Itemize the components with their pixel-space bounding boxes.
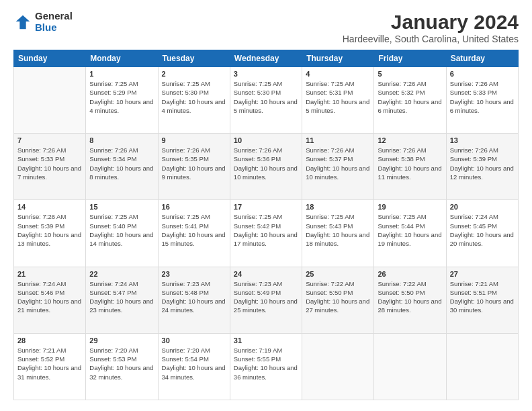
col-thursday: Thursday xyxy=(302,50,374,67)
day-number: 15 xyxy=(89,203,154,211)
day-number: 31 xyxy=(234,336,298,345)
day-number: 23 xyxy=(162,270,226,278)
day-info: Sunrise: 7:24 AM Sunset: 5:45 PM Dayligh… xyxy=(450,212,515,248)
day-number: 30 xyxy=(162,336,226,345)
day-number: 20 xyxy=(450,203,515,211)
day-cell: 29Sunrise: 7:20 AM Sunset: 5:53 PM Dayli… xyxy=(86,333,158,400)
logo-text: General Blue xyxy=(35,11,73,33)
day-cell: 23Sunrise: 7:23 AM Sunset: 5:48 PM Dayli… xyxy=(158,267,230,333)
day-cell: 16Sunrise: 7:25 AM Sunset: 5:41 PM Dayli… xyxy=(158,200,230,267)
day-cell: 17Sunrise: 7:25 AM Sunset: 5:42 PM Dayli… xyxy=(230,200,302,267)
day-info: Sunrise: 7:26 AM Sunset: 5:39 PM Dayligh… xyxy=(450,146,515,181)
day-info: Sunrise: 7:25 AM Sunset: 5:30 PM Dayligh… xyxy=(162,79,226,115)
day-info: Sunrise: 7:26 AM Sunset: 5:36 PM Dayligh… xyxy=(234,146,298,181)
calendar-header: Sunday Monday Tuesday Wednesday Thursday… xyxy=(14,50,519,67)
day-number: 9 xyxy=(162,136,226,144)
day-cell: 31Sunrise: 7:19 AM Sunset: 5:55 PM Dayli… xyxy=(230,333,302,400)
day-cell: 11Sunrise: 7:26 AM Sunset: 5:37 PM Dayli… xyxy=(302,134,374,200)
day-cell: 27Sunrise: 7:21 AM Sunset: 5:51 PM Dayli… xyxy=(446,267,518,333)
day-info: Sunrise: 7:26 AM Sunset: 5:37 PM Dayligh… xyxy=(306,146,370,181)
week-row-5: 28Sunrise: 7:21 AM Sunset: 5:52 PM Dayli… xyxy=(14,333,519,400)
day-cell: 12Sunrise: 7:26 AM Sunset: 5:38 PM Dayli… xyxy=(374,134,446,200)
day-info: Sunrise: 7:20 AM Sunset: 5:54 PM Dayligh… xyxy=(162,346,226,381)
page: General Blue January 2024 Hardeeville, S… xyxy=(0,0,532,411)
day-number: 5 xyxy=(378,70,442,78)
day-info: Sunrise: 7:26 AM Sunset: 5:33 PM Dayligh… xyxy=(17,146,82,181)
col-wednesday: Wednesday xyxy=(230,50,302,67)
day-cell xyxy=(302,333,374,400)
day-info: Sunrise: 7:25 AM Sunset: 5:42 PM Dayligh… xyxy=(234,212,298,248)
header-row: Sunday Monday Tuesday Wednesday Thursday… xyxy=(14,50,519,67)
day-info: Sunrise: 7:22 AM Sunset: 5:50 PM Dayligh… xyxy=(306,279,370,315)
day-info: Sunrise: 7:26 AM Sunset: 5:38 PM Dayligh… xyxy=(378,146,442,181)
day-number: 13 xyxy=(450,136,515,144)
day-info: Sunrise: 7:22 AM Sunset: 5:50 PM Dayligh… xyxy=(378,279,442,315)
day-cell: 28Sunrise: 7:21 AM Sunset: 5:52 PM Dayli… xyxy=(14,333,86,400)
week-row-3: 14Sunrise: 7:26 AM Sunset: 5:39 PM Dayli… xyxy=(14,200,519,267)
day-cell: 9Sunrise: 7:26 AM Sunset: 5:35 PM Daylig… xyxy=(158,134,230,200)
day-cell: 1Sunrise: 7:25 AM Sunset: 5:29 PM Daylig… xyxy=(86,67,158,134)
col-sunday: Sunday xyxy=(14,50,86,67)
day-cell: 22Sunrise: 7:24 AM Sunset: 5:47 PM Dayli… xyxy=(86,267,158,333)
day-cell: 30Sunrise: 7:20 AM Sunset: 5:54 PM Dayli… xyxy=(158,333,230,400)
day-info: Sunrise: 7:20 AM Sunset: 5:53 PM Dayligh… xyxy=(89,346,154,381)
day-number: 25 xyxy=(306,270,370,278)
day-cell: 13Sunrise: 7:26 AM Sunset: 5:39 PM Dayli… xyxy=(446,134,518,200)
day-info: Sunrise: 7:26 AM Sunset: 5:34 PM Dayligh… xyxy=(89,146,154,181)
col-tuesday: Tuesday xyxy=(158,50,230,67)
day-cell: 5Sunrise: 7:26 AM Sunset: 5:32 PM Daylig… xyxy=(374,67,446,134)
day-cell xyxy=(374,333,446,400)
day-info: Sunrise: 7:24 AM Sunset: 5:47 PM Dayligh… xyxy=(89,279,154,315)
logo-blue-text: Blue xyxy=(35,22,73,34)
day-cell xyxy=(446,333,518,400)
day-cell: 18Sunrise: 7:25 AM Sunset: 5:43 PM Dayli… xyxy=(302,200,374,267)
col-monday: Monday xyxy=(86,50,158,67)
day-cell: 26Sunrise: 7:22 AM Sunset: 5:50 PM Dayli… xyxy=(374,267,446,333)
day-number: 21 xyxy=(17,270,82,278)
col-friday: Friday xyxy=(374,50,446,67)
day-info: Sunrise: 7:25 AM Sunset: 5:41 PM Dayligh… xyxy=(162,212,226,248)
day-cell: 14Sunrise: 7:26 AM Sunset: 5:39 PM Dayli… xyxy=(14,200,86,267)
week-row-2: 7Sunrise: 7:26 AM Sunset: 5:33 PM Daylig… xyxy=(14,134,519,200)
day-info: Sunrise: 7:21 AM Sunset: 5:51 PM Dayligh… xyxy=(450,279,515,315)
main-title: January 2024 xyxy=(343,11,519,34)
day-cell: 8Sunrise: 7:26 AM Sunset: 5:34 PM Daylig… xyxy=(86,134,158,200)
day-number: 28 xyxy=(17,336,82,345)
day-number: 4 xyxy=(306,70,370,78)
day-cell: 3Sunrise: 7:25 AM Sunset: 5:30 PM Daylig… xyxy=(230,67,302,134)
day-number: 8 xyxy=(89,136,154,144)
day-cell: 19Sunrise: 7:25 AM Sunset: 5:44 PM Dayli… xyxy=(374,200,446,267)
day-cell: 20Sunrise: 7:24 AM Sunset: 5:45 PM Dayli… xyxy=(446,200,518,267)
day-info: Sunrise: 7:25 AM Sunset: 5:31 PM Dayligh… xyxy=(306,79,370,115)
calendar-table: Sunday Monday Tuesday Wednesday Thursday… xyxy=(13,50,519,400)
day-info: Sunrise: 7:26 AM Sunset: 5:32 PM Dayligh… xyxy=(378,79,442,115)
logo-icon xyxy=(13,13,32,32)
day-info: Sunrise: 7:26 AM Sunset: 5:39 PM Dayligh… xyxy=(17,212,82,248)
day-cell: 7Sunrise: 7:26 AM Sunset: 5:33 PM Daylig… xyxy=(14,134,86,200)
day-number: 14 xyxy=(17,203,82,211)
title-block: January 2024 Hardeeville, South Carolina… xyxy=(343,11,519,44)
header: General Blue January 2024 Hardeeville, S… xyxy=(13,11,519,44)
week-row-4: 21Sunrise: 7:24 AM Sunset: 5:46 PM Dayli… xyxy=(14,267,519,333)
col-saturday: Saturday xyxy=(446,50,518,67)
day-cell: 24Sunrise: 7:23 AM Sunset: 5:49 PM Dayli… xyxy=(230,267,302,333)
day-cell: 21Sunrise: 7:24 AM Sunset: 5:46 PM Dayli… xyxy=(14,267,86,333)
subtitle: Hardeeville, South Carolina, United Stat… xyxy=(343,34,519,44)
day-info: Sunrise: 7:26 AM Sunset: 5:35 PM Dayligh… xyxy=(162,146,226,181)
day-number: 16 xyxy=(162,203,226,211)
day-cell: 4Sunrise: 7:25 AM Sunset: 5:31 PM Daylig… xyxy=(302,67,374,134)
logo-general-text: General xyxy=(35,11,73,22)
day-number: 6 xyxy=(450,70,515,78)
day-number: 27 xyxy=(450,270,515,278)
day-number: 11 xyxy=(306,136,370,144)
svg-marker-0 xyxy=(16,15,30,29)
day-cell: 2Sunrise: 7:25 AM Sunset: 5:30 PM Daylig… xyxy=(158,67,230,134)
day-number: 17 xyxy=(234,203,298,211)
day-info: Sunrise: 7:26 AM Sunset: 5:33 PM Dayligh… xyxy=(450,79,515,115)
day-info: Sunrise: 7:25 AM Sunset: 5:29 PM Dayligh… xyxy=(89,79,154,115)
day-info: Sunrise: 7:25 AM Sunset: 5:40 PM Dayligh… xyxy=(89,212,154,248)
day-info: Sunrise: 7:19 AM Sunset: 5:55 PM Dayligh… xyxy=(234,346,298,381)
day-info: Sunrise: 7:25 AM Sunset: 5:44 PM Dayligh… xyxy=(378,212,442,248)
day-info: Sunrise: 7:21 AM Sunset: 5:52 PM Dayligh… xyxy=(17,346,82,381)
day-number: 19 xyxy=(378,203,442,211)
